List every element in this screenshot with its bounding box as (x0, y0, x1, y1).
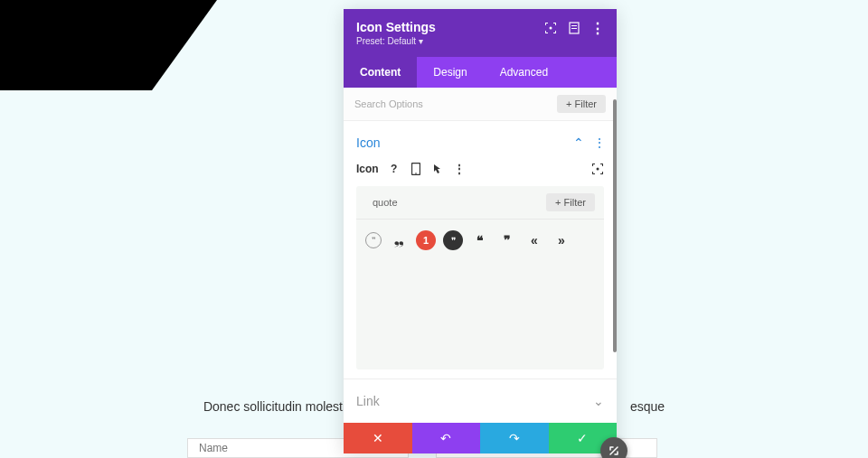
undo-icon: ↶ (440, 431, 451, 445)
icon-field-label: Icon (356, 163, 379, 175)
tablet-icon[interactable] (410, 163, 422, 175)
redo-button[interactable]: ↷ (480, 423, 549, 453)
tab-design[interactable]: Design (417, 57, 483, 88)
tab-content[interactable]: Content (344, 57, 417, 88)
svg-rect-10 (571, 25, 577, 26)
icon-picker-empty (356, 261, 604, 360)
link-section: Link ⌄ (344, 379, 617, 423)
kebab-menu-icon[interactable]: ⋮ (591, 22, 604, 34)
cancel-button[interactable]: ✕ (344, 423, 412, 453)
scrollbar[interactable] (613, 99, 617, 352)
preset-selector[interactable]: Preset: Default ▾ (356, 36, 436, 46)
tab-advanced[interactable]: Advanced (484, 57, 564, 88)
svg-rect-17 (602, 164, 603, 166)
svg-rect-11 (571, 28, 577, 29)
check-icon: ✓ (577, 431, 588, 445)
svg-point-8 (550, 27, 552, 30)
quote-right-thin-icon[interactable]: ❟❟ (389, 230, 409, 250)
page-header-shape (0, 0, 217, 90)
resize-handle[interactable] (600, 437, 627, 458)
quote-right-icon[interactable]: ❞ (497, 230, 517, 250)
tabs: Content Design Advanced (344, 57, 617, 88)
svg-rect-21 (602, 172, 603, 174)
body-text-line1: Donec sollicitudin molestie (203, 399, 353, 414)
quote-right-bold-icon[interactable]: ❞ (443, 230, 463, 250)
svg-rect-5 (545, 31, 546, 33)
plus-icon: + (566, 98, 571, 109)
docs-icon[interactable] (568, 22, 580, 34)
svg-rect-1 (545, 23, 546, 25)
svg-rect-3 (555, 23, 556, 25)
caret-down-icon: ▾ (419, 36, 423, 46)
row-kebab-icon[interactable]: ⋮ (453, 163, 466, 175)
icon-label-row: Icon ? ⋮ (356, 155, 604, 182)
quote-left-icon[interactable]: ❝ (470, 230, 490, 250)
annotation-badge-1: 1 (416, 230, 436, 250)
link-section-title: Link (356, 394, 380, 408)
close-icon: ✕ (373, 431, 383, 445)
panel-title: Icon Settings (356, 20, 436, 34)
angle-double-left-icon[interactable]: « (524, 230, 544, 250)
hover-icon[interactable] (431, 163, 444, 175)
body-text-line1b: esque (630, 399, 665, 414)
svg-point-22 (597, 168, 599, 171)
redo-icon: ↷ (509, 431, 520, 445)
search-options-input[interactable]: Search Options (354, 98, 557, 109)
angle-double-right-icon[interactable]: » (552, 230, 571, 250)
svg-rect-15 (592, 164, 593, 166)
svg-rect-7 (555, 31, 556, 33)
chevron-down-icon[interactable]: ⌄ (593, 394, 604, 408)
expand-icon[interactable] (591, 163, 604, 175)
icon-grid: ❞ ❟❟ 1 ❞ ❝ ❞ « » (356, 220, 604, 261)
help-icon[interactable]: ? (388, 163, 401, 175)
link-section-header[interactable]: Link ⌄ (356, 388, 604, 414)
icon-filter-button[interactable]: + Filter (546, 193, 595, 211)
icon-section-header[interactable]: Icon ⌃ ⋮ (356, 130, 604, 155)
quote-outline-icon[interactable]: ❞ (365, 232, 382, 248)
icon-section: Icon ⌃ ⋮ Icon ? ⋮ quote + Filter ❞ (344, 121, 617, 379)
chevron-up-icon[interactable]: ⌃ (573, 136, 584, 150)
svg-rect-19 (592, 172, 593, 174)
icon-section-title: Icon (356, 136, 380, 150)
icon-picker: quote + Filter ❞ ❟❟ 1 ❞ ❝ ❞ « » (356, 186, 604, 369)
focus-mode-icon[interactable] (544, 22, 557, 34)
panel-footer: ✕ ↶ ↷ ✓ (344, 423, 617, 453)
settings-panel: Icon Settings Preset: Default ▾ ⋮ Conten… (344, 9, 617, 453)
icon-picker-search-row: quote + Filter (356, 186, 604, 220)
filter-button[interactable]: + Filter (557, 95, 606, 113)
svg-point-13 (415, 173, 417, 174)
search-options-row: Search Options + Filter (344, 88, 617, 121)
icon-search-input[interactable]: quote (365, 197, 546, 208)
resize-icon (608, 444, 620, 457)
section-kebab-icon[interactable]: ⋮ (593, 136, 604, 150)
plus-icon: + (555, 197, 561, 208)
panel-header: Icon Settings Preset: Default ▾ ⋮ (344, 9, 617, 57)
undo-button[interactable]: ↶ (412, 423, 481, 453)
